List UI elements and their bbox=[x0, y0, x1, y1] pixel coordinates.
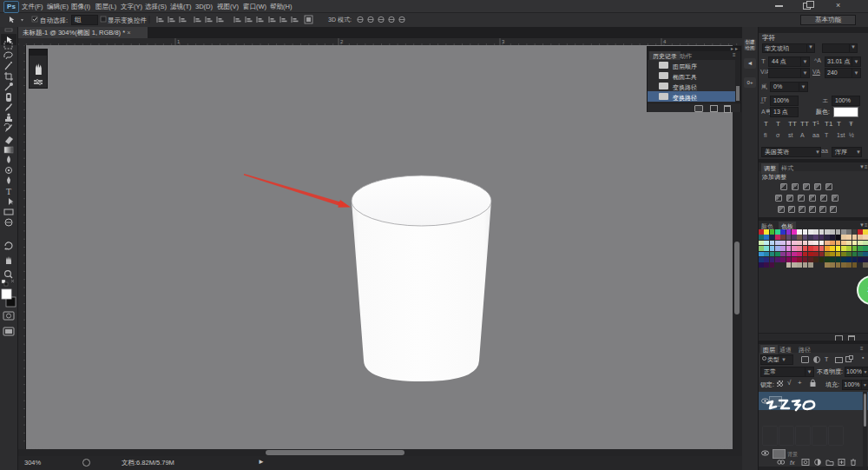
svg-text:2: 2 bbox=[340, 39, 344, 44]
svg-text:3D 模式:: 3D 模式: bbox=[328, 17, 352, 23]
svg-text:fx: fx bbox=[790, 460, 795, 466]
svg-text:1: 1 bbox=[177, 39, 181, 44]
svg-text:3: 3 bbox=[502, 39, 505, 44]
svg-text:T: T bbox=[6, 187, 11, 196]
svg-text:4: 4 bbox=[663, 39, 667, 44]
